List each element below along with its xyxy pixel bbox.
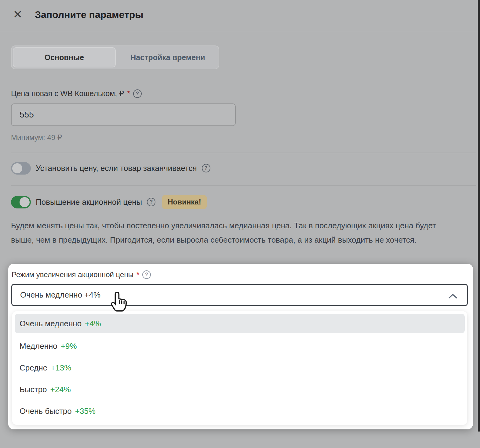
option-percent: +4% (85, 319, 101, 328)
promo-description: Будем менять цены так, чтобы постепенно … (11, 219, 460, 247)
option-label: Очень быстро (20, 406, 72, 416)
option-label: Медленно (20, 341, 57, 351)
required-asterisk: * (127, 89, 130, 98)
dropdown-option[interactable]: Быстро +24% (15, 379, 465, 400)
option-percent: +24% (50, 385, 71, 394)
mode-select-label-row: Режим увеличения акционной цены * ? (12, 270, 151, 279)
dropdown-option-selected[interactable]: Очень медленно +4% (15, 314, 465, 333)
mode-select-panel: Режим увеличения акционной цены * ? Очен… (8, 264, 473, 429)
mode-options-list: Очень медленно +4% Медленно +9% Средне +… (12, 311, 467, 425)
stock-toggle[interactable] (11, 162, 31, 175)
close-icon[interactable]: ✕ (11, 8, 24, 21)
modal-fill-parameters: ✕ Заполните параметры Основные Настройка… (0, 0, 480, 448)
mode-select-dropdown[interactable]: Очень медленно +4% (11, 284, 468, 306)
stock-toggle-label: Установить цену, если товар заканчиваетс… (36, 164, 197, 173)
option-percent: +13% (51, 363, 71, 373)
mode-select-label: Режим увеличения акционной цены (12, 270, 133, 279)
required-asterisk: * (136, 270, 139, 279)
help-icon[interactable]: ? (147, 198, 155, 206)
price-minimum-hint: Минимум: 49 ₽ (11, 133, 62, 142)
toggle-knob (20, 197, 30, 207)
help-icon[interactable]: ? (202, 164, 210, 172)
dropdown-option[interactable]: Средне +13% (15, 357, 465, 379)
stock-toggle-row: Установить цену, если товар заканчиваетс… (11, 161, 210, 175)
tab-group: Основные Настройка времени (11, 45, 219, 69)
promo-toggle[interactable] (11, 196, 31, 208)
option-percent: +9% (61, 341, 77, 351)
new-feature-badge: Новинка! (162, 195, 206, 209)
dropdown-option[interactable]: Очень быстро +35% (15, 400, 465, 422)
header-divider (0, 32, 478, 32)
promo-toggle-row: Повышение акционной цены ? Новинка! (11, 195, 207, 209)
tab-time-settings[interactable]: Настройка времени (117, 46, 219, 69)
tab-main[interactable]: Основные (13, 47, 116, 67)
price-field-label: Цена новая с WB Кошельком, ₽ (11, 89, 124, 98)
option-label: Средне (20, 363, 47, 373)
help-icon[interactable]: ? (142, 270, 151, 279)
page-edge-strip (478, 0, 480, 432)
option-label: Очень медленно (20, 319, 82, 328)
price-input[interactable] (11, 103, 236, 126)
toggle-knob (12, 163, 22, 173)
mode-select-value: Очень медленно +4% (20, 290, 100, 300)
help-icon[interactable]: ? (133, 89, 142, 98)
dropdown-option[interactable]: Медленно +9% (15, 335, 465, 357)
price-field-label-row: Цена новая с WB Кошельком, ₽ * ? (11, 89, 142, 98)
section-divider (11, 153, 476, 153)
chevron-up-icon (448, 293, 458, 300)
section-divider (11, 185, 476, 186)
option-percent: +35% (75, 406, 96, 416)
option-label: Быстро (20, 385, 47, 394)
promo-toggle-label: Повышение акционной цены (36, 197, 142, 207)
page-title: Заполните параметры (35, 9, 144, 20)
